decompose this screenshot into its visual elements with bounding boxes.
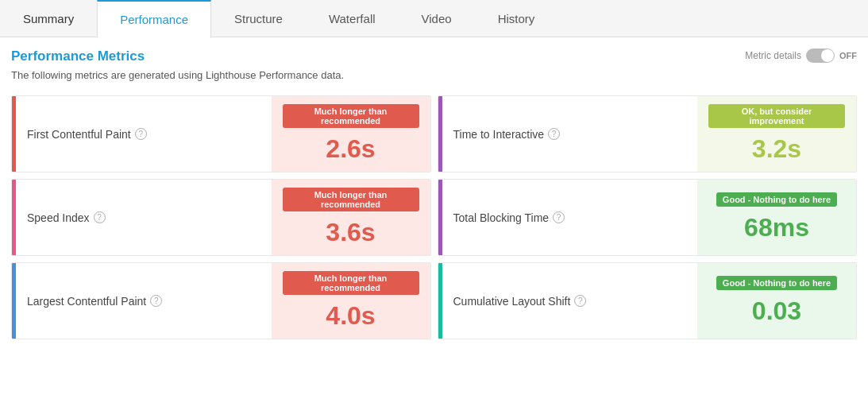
metric-status-badge-tti: OK, but consider improvement xyxy=(708,104,845,128)
metric-label-tbt: Total Blocking Time xyxy=(453,211,550,224)
metric-help-tti[interactable]: ? xyxy=(548,128,560,140)
metric-card-si: Speed Index?Much longer than recommended… xyxy=(11,179,431,256)
metric-card-tbt: Total Blocking Time?Good - Nothing to do… xyxy=(438,179,858,256)
metric-card-lcp: Largest Contentful Paint?Much longer tha… xyxy=(11,262,431,339)
metric-label-area-lcp: Largest Contentful Paint? xyxy=(16,263,272,339)
metric-value-lcp: 4.0s xyxy=(326,301,375,331)
section-description: The following metrics are generated usin… xyxy=(11,69,344,81)
metric-label-area-si: Speed Index? xyxy=(16,180,272,255)
metric-help-lcp[interactable]: ? xyxy=(150,295,162,307)
metric-label-si: Speed Index xyxy=(27,211,90,224)
metric-label-area-tti: Time to Interactive? xyxy=(442,96,698,172)
metric-value-cls: 0.03 xyxy=(752,296,801,326)
metric-label-area-tbt: Total Blocking Time? xyxy=(442,180,698,255)
metric-value-area-cls: Good - Nothing to do here0.03 xyxy=(697,263,856,339)
metric-details-label: Metric details xyxy=(745,50,801,61)
tab-structure[interactable]: Structure xyxy=(211,0,306,37)
metric-label-area-fcp: First Contentful Paint? xyxy=(16,96,272,172)
metric-value-area-tbt: Good - Nothing to do here68ms xyxy=(697,180,856,255)
metric-card-fcp: First Contentful Paint?Much longer than … xyxy=(11,95,431,172)
metric-help-fcp[interactable]: ? xyxy=(135,128,147,140)
metric-status-badge-lcp: Much longer than recommended xyxy=(283,271,419,295)
metrics-grid: First Contentful Paint?Much longer than … xyxy=(11,95,857,339)
metric-value-fcp: 2.6s xyxy=(326,134,375,164)
metric-status-badge-si: Much longer than recommended xyxy=(283,188,419,211)
metric-status-badge-fcp: Much longer than recommended xyxy=(283,104,419,128)
metric-status-badge-cls: Good - Nothing to do here xyxy=(716,276,837,290)
metric-card-cls: Cumulative Layout Shift?Good - Nothing t… xyxy=(438,262,858,339)
metric-value-area-si: Much longer than recommended3.6s xyxy=(272,180,430,255)
toggle-state-label: OFF xyxy=(839,51,857,60)
metric-help-cls[interactable]: ? xyxy=(574,295,586,307)
tab-waterfall[interactable]: Waterfall xyxy=(306,0,399,37)
metric-value-si: 3.6s xyxy=(326,218,375,247)
metric-details-toggle[interactable] xyxy=(806,48,835,63)
metric-help-si[interactable]: ? xyxy=(94,211,106,223)
metric-label-area-cls: Cumulative Layout Shift? xyxy=(442,263,698,339)
metric-label-cls: Cumulative Layout Shift xyxy=(453,295,571,308)
metric-help-tbt[interactable]: ? xyxy=(553,211,565,223)
metric-label-fcp: First Contentful Paint xyxy=(27,128,131,141)
metric-label-tti: Time to Interactive xyxy=(453,128,545,141)
content-header: Performance Metrics The following metric… xyxy=(11,48,857,92)
metric-controls: Metric details OFF xyxy=(745,48,857,63)
metric-label-lcp: Largest Contentful Paint xyxy=(27,295,146,308)
tab-video[interactable]: Video xyxy=(399,0,475,37)
metric-card-tti: Time to Interactive?OK, but consider imp… xyxy=(438,95,858,172)
metric-status-badge-tbt: Good - Nothing to do here xyxy=(716,192,837,207)
metric-value-area-tti: OK, but consider improvement3.2s xyxy=(697,96,856,172)
metric-value-area-lcp: Much longer than recommended4.0s xyxy=(272,263,430,339)
toggle-knob xyxy=(821,49,834,62)
metric-value-area-fcp: Much longer than recommended2.6s xyxy=(272,96,430,172)
tab-summary[interactable]: Summary xyxy=(0,0,97,37)
section-title: Performance Metrics xyxy=(11,48,344,64)
tabs-bar: SummaryPerformanceStructureWaterfallVide… xyxy=(0,0,868,37)
tab-history[interactable]: History xyxy=(475,0,558,37)
title-area: Performance Metrics The following metric… xyxy=(11,48,344,92)
metric-value-tti: 3.2s xyxy=(752,134,801,164)
main-content: Performance Metrics The following metric… xyxy=(0,37,868,351)
metric-value-tbt: 68ms xyxy=(744,213,809,242)
tab-performance[interactable]: Performance xyxy=(97,0,211,37)
